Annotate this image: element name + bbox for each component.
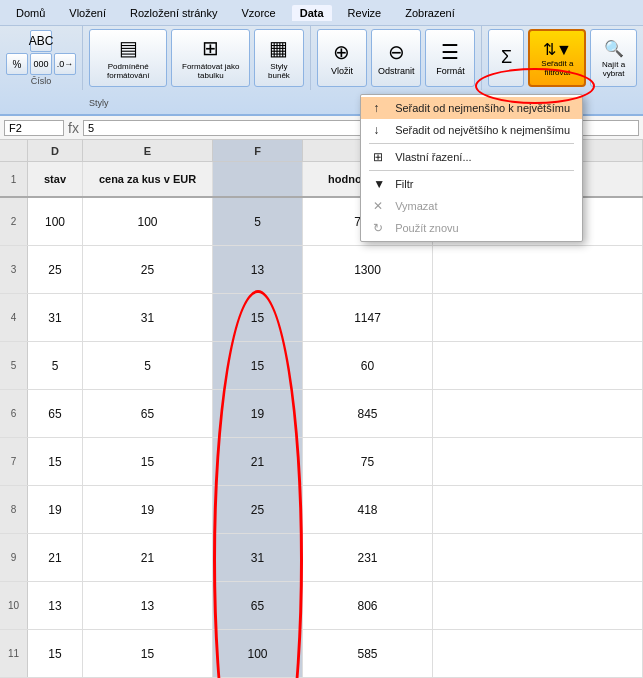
col-e-header[interactable]: E bbox=[83, 140, 213, 161]
row-4-f[interactable]: 15 bbox=[213, 294, 303, 341]
row-3-d[interactable]: 25 bbox=[28, 246, 83, 293]
row-8-f[interactable]: 25 bbox=[213, 486, 303, 533]
row-9-f[interactable]: 31 bbox=[213, 534, 303, 581]
editing-group: Σ ⇅▼ Seřadit a filtrovat 🔍 Najít a vybra… bbox=[482, 26, 643, 90]
format-btn[interactable]: ☰ Formát bbox=[425, 29, 475, 87]
row-9-g[interactable]: 231 bbox=[303, 534, 433, 581]
conditional-format-icon: ▤ bbox=[119, 36, 138, 60]
custom-sort-item[interactable]: ⊞ Vlastní řazení... bbox=[361, 146, 582, 168]
row-8-e[interactable]: 19 bbox=[83, 486, 213, 533]
row-3-e[interactable]: 25 bbox=[83, 246, 213, 293]
odstranit-btn[interactable]: ⊖ Odstranit bbox=[371, 29, 422, 87]
row-11-d[interactable]: 15 bbox=[28, 630, 83, 677]
row-6-g[interactable]: 845 bbox=[303, 390, 433, 437]
row-6-h bbox=[433, 390, 643, 437]
col-f-header[interactable]: F bbox=[213, 140, 303, 161]
row-6-e[interactable]: 65 bbox=[83, 390, 213, 437]
row-10-d[interactable]: 13 bbox=[28, 582, 83, 629]
row-11-f[interactable]: 100 bbox=[213, 630, 303, 677]
row-7-g[interactable]: 75 bbox=[303, 438, 433, 485]
styly-group: ▤ Podmíněné formátování ⊞ Formátovat jak… bbox=[83, 26, 311, 90]
tab-insert[interactable]: Vložení bbox=[61, 5, 114, 21]
podminene-label: Podmíněné formátování bbox=[96, 62, 160, 80]
row-10-e[interactable]: 13 bbox=[83, 582, 213, 629]
row-4-d[interactable]: 31 bbox=[28, 294, 83, 341]
row-3-f[interactable]: 13 bbox=[213, 246, 303, 293]
tab-view[interactable]: Zobrazení bbox=[397, 5, 463, 21]
tab-review[interactable]: Revize bbox=[340, 5, 390, 21]
row-3-g[interactable]: 1300 bbox=[303, 246, 433, 293]
row-7-h bbox=[433, 438, 643, 485]
general-format-btn[interactable]: ABC bbox=[30, 30, 52, 52]
row-5-g[interactable]: 60 bbox=[303, 342, 433, 389]
row-5-d[interactable]: 5 bbox=[28, 342, 83, 389]
row-11-e[interactable]: 15 bbox=[83, 630, 213, 677]
row-7-f[interactable]: 21 bbox=[213, 438, 303, 485]
row-11-g[interactable]: 585 bbox=[303, 630, 433, 677]
sort-desc-item[interactable]: ↓ Seřadit od největšího k nejmenšímu bbox=[361, 119, 582, 141]
table-row: 8 19 19 25 418 bbox=[0, 486, 643, 534]
sigma-icon: Σ bbox=[501, 47, 512, 68]
row-9-e[interactable]: 21 bbox=[83, 534, 213, 581]
row-4-g[interactable]: 1147 bbox=[303, 294, 433, 341]
row-4-e[interactable]: 31 bbox=[83, 294, 213, 341]
header-e[interactable]: cena za kus v EUR bbox=[83, 162, 213, 196]
row-5-e[interactable]: 5 bbox=[83, 342, 213, 389]
sort-filter-btn[interactable]: ⇅▼ Seřadit a filtrovat bbox=[528, 29, 586, 87]
row-num-header bbox=[0, 140, 28, 161]
header-f[interactable] bbox=[213, 162, 303, 196]
sort-asc-icon: ↑ bbox=[373, 101, 389, 115]
row-2-e[interactable]: 100 bbox=[83, 198, 213, 245]
autosum-btn[interactable]: Σ bbox=[488, 29, 524, 87]
row-5-num: 5 bbox=[0, 342, 28, 389]
cell-reference-box[interactable] bbox=[4, 120, 64, 136]
row-4-h bbox=[433, 294, 643, 341]
formatovat-btn[interactable]: ⊞ Formátovat jako tabulku bbox=[171, 29, 249, 87]
reapply-item[interactable]: ↻ Použít znovu bbox=[361, 217, 582, 239]
tab-home[interactable]: Domů bbox=[8, 5, 53, 21]
tab-formulas[interactable]: Vzorce bbox=[233, 5, 283, 21]
sort-asc-item[interactable]: ↑ Seřadit od nejmenšího k největšímu bbox=[361, 97, 582, 119]
row-2-d[interactable]: 100 bbox=[28, 198, 83, 245]
row-5-f[interactable]: 15 bbox=[213, 342, 303, 389]
format-label: Formát bbox=[436, 66, 465, 76]
row-6-d[interactable]: 65 bbox=[28, 390, 83, 437]
row-10-h bbox=[433, 582, 643, 629]
row-10-g[interactable]: 806 bbox=[303, 582, 433, 629]
row-10-f[interactable]: 65 bbox=[213, 582, 303, 629]
clear-icon: ✕ bbox=[373, 199, 389, 213]
sort-dropdown-menu: ↑ Seřadit od nejmenšího k největšímu ↓ S… bbox=[360, 94, 583, 242]
row-2-f[interactable]: 5 bbox=[213, 198, 303, 245]
row-8-d[interactable]: 19 bbox=[28, 486, 83, 533]
row-10-num: 10 bbox=[0, 582, 28, 629]
styly-bunek-btn[interactable]: ▦ Styly buněk bbox=[254, 29, 304, 87]
sort-desc-icon: ↓ bbox=[373, 123, 389, 137]
row-7-d[interactable]: 15 bbox=[28, 438, 83, 485]
tab-data[interactable]: Data bbox=[292, 5, 332, 21]
row-5-h bbox=[433, 342, 643, 389]
percent-btn[interactable]: % bbox=[6, 53, 28, 75]
dropdown-sep-2 bbox=[369, 170, 574, 171]
col-d-header[interactable]: D bbox=[28, 140, 83, 161]
row-7-e[interactable]: 15 bbox=[83, 438, 213, 485]
row-8-g[interactable]: 418 bbox=[303, 486, 433, 533]
dec-increase-btn[interactable]: .0→ bbox=[54, 53, 76, 75]
vlozit-btn[interactable]: ⊕ Vložit bbox=[317, 29, 367, 87]
row-9-d[interactable]: 21 bbox=[28, 534, 83, 581]
cell-styles-icon: ▦ bbox=[269, 36, 288, 60]
ribbon: ABC % 000 .0→ Číslo ▤ Podmíněné formátov… bbox=[0, 26, 643, 116]
reapply-icon: ↻ bbox=[373, 221, 389, 235]
find-btn[interactable]: 🔍 Najít a vybrat bbox=[590, 29, 637, 87]
filter-item[interactable]: ▼ Filtr bbox=[361, 173, 582, 195]
thousands-btn[interactable]: 000 bbox=[30, 53, 52, 75]
row-11-h bbox=[433, 630, 643, 677]
podminene-btn[interactable]: ▤ Podmíněné formátování bbox=[89, 29, 167, 87]
tab-layout[interactable]: Rozložení stránky bbox=[122, 5, 225, 21]
find-icon: 🔍 bbox=[604, 39, 624, 58]
table-row: 3 25 25 13 1300 bbox=[0, 246, 643, 294]
clear-item[interactable]: ✕ Vymazat bbox=[361, 195, 582, 217]
styly-label: Styly buněk bbox=[261, 62, 297, 80]
row-2-num: 2 bbox=[0, 198, 28, 245]
header-d[interactable]: stav bbox=[28, 162, 83, 196]
row-6-f[interactable]: 19 bbox=[213, 390, 303, 437]
